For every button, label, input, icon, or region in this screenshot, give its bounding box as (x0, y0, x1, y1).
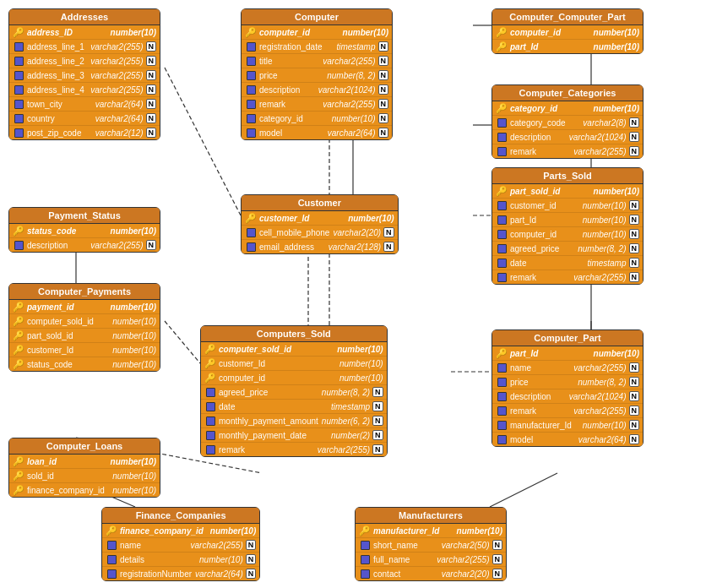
column-type: varchar2(50) (442, 541, 490, 550)
table-body: 🔑manufacturer_Idnumber(10)short_namevarc… (356, 524, 506, 580)
null-badge: N (629, 215, 640, 225)
column-name: loan_id (27, 457, 107, 466)
null-badge: N (146, 56, 157, 66)
column-type: timestamp (331, 402, 370, 411)
column-icon (496, 376, 508, 388)
column-icon (13, 112, 24, 124)
column-type: varchar2(255) (90, 57, 143, 66)
null-badge: N (146, 41, 157, 52)
column-type: number(10) (583, 201, 627, 210)
null-badge: N (492, 554, 503, 564)
key-icon: 🔑 (13, 26, 24, 38)
column-type: varchar2(255) (573, 406, 626, 416)
table-row: agreed_pricenumber(8, 2)N (201, 385, 387, 400)
table-body: 🔑customer_Idnumber(10)cell_mobile_phonev… (242, 211, 398, 253)
null-badge: N (383, 242, 394, 252)
table-row: address_line_3varchar2(255)N (9, 68, 160, 83)
column-type: number(8, 2) (578, 378, 626, 387)
column-type: number(10) (111, 226, 156, 236)
table-row: 🔑customer_Idnumber(10) (201, 357, 387, 371)
column-type: number(10) (594, 349, 639, 358)
column-type: number(10) (112, 360, 156, 369)
column-name: address_line_2 (27, 57, 87, 66)
table-title: Computers_Sold (201, 326, 387, 342)
table-computer-part: Computer_Part🔑part_Idnumber(10)namevarch… (491, 329, 644, 447)
column-type: number(10) (111, 28, 156, 37)
table-row: email_addressvarchar2(128)N (242, 240, 398, 253)
column-name: status_code (27, 360, 109, 369)
column-icon (359, 539, 371, 551)
table-body: 🔑computer_idnumber(10)registration_datet… (242, 25, 392, 139)
column-icon (496, 271, 508, 283)
column-type: varchar2(255) (90, 42, 143, 52)
column-icon (245, 55, 257, 67)
table-row: 🔑part_Idnumber(10) (492, 40, 643, 53)
column-type: number(6, 2) (322, 416, 370, 426)
column-icon (245, 69, 257, 81)
table-computer: Computer🔑computer_idnumber(10)registrati… (241, 8, 393, 140)
table-row: town_cityvarchar2(64)N (9, 97, 160, 112)
column-name: computer_id (259, 28, 339, 37)
table-row: monthly_payment_amountnumber(6, 2)N (201, 414, 387, 428)
column-name: registrationNumber (120, 569, 192, 579)
table-row: descriptionvarchar2(255)N (9, 238, 160, 252)
null-badge: N (146, 113, 157, 123)
null-badge: N (146, 240, 157, 250)
erd-diagram: Addresses🔑address_IDnumber(10)address_li… (0, 0, 706, 588)
column-icon (496, 117, 508, 128)
table-title: Finance_Companies (102, 508, 259, 524)
fk-icon: 🔑 (13, 315, 24, 327)
column-type: number(10) (112, 486, 156, 495)
column-name: part_Id (510, 215, 579, 225)
column-type: varchar2(64) (195, 569, 243, 579)
fk-icon: 🔑 (13, 329, 24, 341)
column-type: number(10) (112, 331, 156, 340)
table-computer-categories: Computer_Categories🔑category_idnumber(10… (491, 84, 644, 159)
column-type: timestamp (587, 259, 626, 268)
null-badge: N (372, 387, 383, 397)
null-badge: N (246, 554, 257, 564)
column-name: address_line_4 (27, 85, 87, 95)
column-icon (13, 41, 24, 52)
table-row: post_zip_codevarchar2(12)N (9, 126, 160, 139)
column-icon (245, 226, 257, 238)
table-computer-computer-part: Computer_Computer_Part🔑computer_idnumber… (491, 8, 644, 54)
column-icon (496, 390, 508, 402)
key-icon: 🔑 (13, 301, 24, 313)
column-icon (204, 429, 216, 441)
fk-icon: 🔑 (204, 357, 216, 369)
column-icon (13, 127, 24, 139)
table-body: 🔑computer_sold_idnumber(10)🔑customer_Idn… (201, 342, 387, 456)
column-name: customer_Id (27, 346, 109, 355)
column-name: short_name (373, 541, 438, 550)
fk-icon: 🔑 (13, 470, 24, 482)
column-type: varchar2(255) (318, 445, 370, 455)
table-row: 🔑payment_idnumber(10) (9, 300, 160, 314)
table-row: remarkvarchar2(255)N (492, 144, 643, 158)
table-row: 🔑sold_idnumber(10) (9, 469, 160, 483)
column-name: country (27, 114, 92, 123)
table-computers-sold: Computers_Sold🔑computer_sold_idnumber(10… (200, 325, 388, 457)
table-row: full_namevarchar2(255)N (356, 553, 506, 567)
key-icon: 🔑 (496, 102, 508, 114)
svg-line-12 (490, 473, 557, 507)
table-body: 🔑loan_idnumber(10)🔑sold_idnumber(10)🔑fin… (9, 455, 160, 497)
table-parts-sold: Parts_Sold🔑part_sold_idnumber(10)custome… (491, 167, 644, 285)
column-icon (496, 362, 508, 373)
column-type: varchar2(64) (578, 435, 627, 444)
table-row: computer_idnumber(10)N (492, 227, 643, 242)
column-icon (106, 553, 117, 565)
table-computer-loans: Computer_Loans🔑loan_idnumber(10)🔑sold_id… (8, 438, 160, 498)
column-icon (245, 127, 257, 139)
column-type: varchar2(255) (573, 363, 626, 373)
null-badge: N (629, 258, 640, 268)
column-type: number(10) (348, 214, 394, 223)
column-type: varchar2(255) (323, 100, 375, 109)
table-title: Parts_Sold (492, 168, 643, 184)
table-row: cell_mobile_phonevarchar2(20)N (242, 226, 398, 240)
column-name: address_line_3 (27, 71, 87, 80)
key-icon: 🔑 (13, 225, 24, 237)
table-row: modelvarchar2(64)N (492, 433, 643, 446)
column-icon (496, 242, 508, 254)
column-name: part_sold_id (27, 331, 109, 340)
